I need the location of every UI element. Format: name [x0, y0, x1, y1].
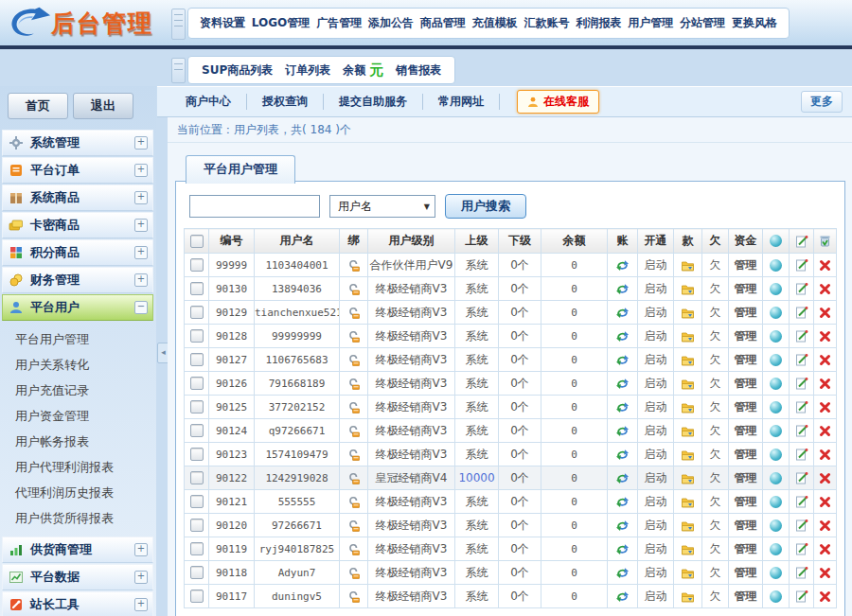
subordinates-link[interactable]: 0个 — [499, 396, 541, 419]
user-level-link[interactable]: 终极经销商V3 — [368, 348, 455, 372]
orb-icon[interactable] — [770, 378, 782, 390]
top-menu-item[interactable]: 资料设置 — [198, 15, 247, 31]
orb-icon[interactable] — [770, 330, 782, 343]
bind-icon[interactable] — [346, 470, 361, 485]
top-menu-item[interactable]: 添加公告 — [366, 15, 416, 31]
fund-manage-link[interactable]: 管理 — [729, 537, 763, 561]
exchange-icon[interactable] — [615, 448, 630, 462]
exchange-icon[interactable] — [615, 377, 630, 391]
delete-icon[interactable] — [819, 307, 831, 319]
fund-manage-link[interactable]: 管理 — [729, 372, 763, 396]
plus-icon[interactable] — [134, 246, 148, 259]
exchange-icon[interactable] — [615, 495, 630, 509]
folder-icon[interactable] — [681, 306, 695, 320]
user-level-link[interactable]: 终极经销商V3 — [368, 277, 455, 301]
orb-icon[interactable] — [770, 354, 782, 366]
status-link[interactable]: 启动 — [638, 514, 674, 537]
edit-icon[interactable] — [795, 258, 808, 272]
orb-icon[interactable] — [770, 496, 782, 508]
folder-icon[interactable] — [681, 566, 695, 580]
more-button[interactable]: 更多 — [801, 91, 843, 113]
parent-link[interactable]: 系统 — [455, 443, 499, 466]
user-level-link[interactable]: 终极经销商V3 — [368, 514, 455, 537]
exchange-icon[interactable] — [615, 519, 630, 533]
bind-icon[interactable] — [346, 565, 361, 580]
row-checkbox[interactable] — [190, 495, 204, 508]
bind-icon[interactable] — [346, 305, 361, 320]
user-level-link[interactable]: 终极经销商V3 — [368, 372, 455, 396]
parent-link[interactable]: 系统 — [455, 585, 499, 608]
subordinates-link[interactable]: 0个 — [499, 419, 541, 443]
owe-link[interactable]: 欠 — [702, 254, 729, 277]
status-link[interactable]: 启动 — [638, 348, 674, 372]
delete-icon[interactable] — [819, 401, 831, 414]
plus-icon[interactable] — [134, 136, 148, 150]
fund-manage-link[interactable]: 管理 — [729, 254, 763, 277]
bind-icon[interactable] — [346, 541, 361, 556]
subordinates-link[interactable]: 0个 — [499, 490, 541, 514]
owe-link[interactable]: 欠 — [702, 514, 729, 537]
top-menu-item[interactable]: 更换风格 — [730, 15, 779, 31]
row-checkbox[interactable] — [190, 282, 204, 295]
plus-icon[interactable] — [134, 571, 148, 584]
sidebar-subitem[interactable]: 用户资金管理 — [2, 403, 153, 429]
exchange-icon[interactable] — [615, 258, 630, 273]
orb-icon[interactable] — [770, 401, 782, 414]
subordinates-link[interactable]: 0个 — [499, 348, 541, 372]
owe-link[interactable]: 欠 — [702, 419, 729, 443]
sidebar-group-suppliers[interactable]: 供货商管理 — [2, 537, 153, 563]
orb-icon[interactable] — [770, 307, 782, 319]
plus-icon[interactable] — [134, 191, 148, 204]
search-input[interactable] — [189, 195, 320, 218]
parent-link[interactable]: 系统 — [455, 490, 499, 514]
home-button[interactable]: 首页 — [8, 93, 68, 119]
status-link[interactable]: 启动 — [638, 301, 674, 325]
fund-manage-link[interactable]: 管理 — [729, 348, 763, 372]
owe-link[interactable]: 欠 — [702, 372, 729, 396]
delete-icon[interactable] — [819, 378, 831, 390]
status-link[interactable]: 启动 — [638, 585, 674, 608]
sidebar-group-points[interactable]: 积分商品 — [2, 239, 153, 266]
subordinates-link[interactable]: 0个 — [499, 277, 541, 301]
user-level-link[interactable]: 合作伙伴用户V9 — [368, 254, 455, 277]
owe-link[interactable]: 欠 — [702, 325, 729, 348]
edit-icon[interactable] — [795, 353, 808, 366]
sidebar-subitem[interactable]: 代理利润历史报表 — [2, 480, 153, 505]
folder-icon[interactable] — [681, 329, 695, 343]
parent-link[interactable]: 10000 — [455, 466, 499, 490]
plus-icon[interactable] — [134, 543, 148, 556]
minus-icon[interactable] — [134, 301, 148, 314]
top-menu-item[interactable]: 充值模板 — [470, 15, 520, 31]
subordinates-link[interactable]: 0个 — [499, 585, 541, 608]
fund-manage-link[interactable]: 管理 — [729, 396, 763, 419]
row-checkbox[interactable] — [190, 377, 204, 390]
quick-link[interactable]: SUP商品列表 — [202, 62, 273, 79]
top-menu-item[interactable]: 汇款账号 — [523, 15, 572, 31]
subordinates-link[interactable]: 0个 — [499, 537, 541, 561]
status-link[interactable]: 启动 — [638, 419, 674, 443]
owe-link[interactable]: 欠 — [702, 277, 729, 301]
parent-link[interactable]: 系统 — [455, 537, 499, 561]
sidebar-group-cards[interactable]: 卡密商品 — [2, 212, 153, 238]
sidebar-subitem[interactable]: 用户供货所得报表 — [2, 505, 153, 531]
edit-icon[interactable] — [795, 400, 808, 414]
status-link[interactable]: 启动 — [638, 537, 674, 561]
top-menu-item[interactable]: 广告管理 — [314, 15, 364, 31]
fund-manage-link[interactable]: 管理 — [729, 561, 763, 585]
parent-link[interactable]: 系统 — [455, 396, 499, 419]
user-level-link[interactable]: 皇冠经销商V4 — [368, 466, 455, 490]
delete-icon[interactable] — [819, 472, 831, 484]
orb-icon[interactable] — [770, 425, 782, 437]
owe-link[interactable]: 欠 — [702, 396, 729, 419]
subordinates-link[interactable]: 0个 — [499, 443, 541, 466]
orb-icon[interactable] — [770, 259, 782, 272]
user-level-link[interactable]: 终极经销商V3 — [368, 301, 455, 325]
folder-icon[interactable] — [681, 377, 695, 391]
parent-link[interactable]: 系统 — [455, 301, 499, 325]
row-checkbox[interactable] — [190, 400, 204, 414]
fund-manage-link[interactable]: 管理 — [729, 514, 763, 537]
parent-link[interactable]: 系统 — [455, 254, 499, 277]
exchange-icon[interactable] — [615, 353, 630, 367]
owe-link[interactable]: 欠 — [702, 443, 729, 466]
row-checkbox[interactable] — [190, 590, 204, 603]
